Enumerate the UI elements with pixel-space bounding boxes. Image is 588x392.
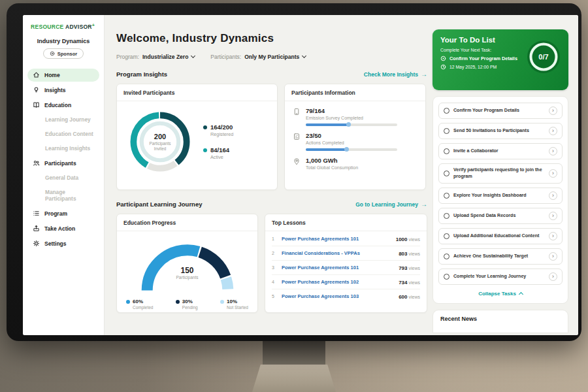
task-checkbox[interactable] <box>444 171 449 176</box>
sidebar-item-participants[interactable]: Participants <box>27 157 99 170</box>
home-icon <box>33 71 40 78</box>
invited-participants-card: Invited Participants <box>116 84 278 190</box>
task-checkbox[interactable] <box>444 193 449 199</box>
todo-summary-card: Your To Do List Complete Your Next Task:… <box>433 29 568 90</box>
info-label: Actions Completed <box>306 140 397 145</box>
task-chevron-icon[interactable] <box>549 147 557 155</box>
sidebar-item-label: Manage Participants <box>45 189 94 202</box>
content-area: Welcome, Industry Dynamics Program: Indu… <box>105 15 578 335</box>
card-title: Participants Information <box>285 84 425 101</box>
learning-section-head: Participant Learning Journey Go to Learn… <box>116 201 427 208</box>
task-checkbox[interactable] <box>444 148 449 154</box>
lesson-rank: 4 <box>272 280 277 284</box>
donut-center-label: Participants Invited <box>144 141 176 152</box>
lesson-row: 3 Power Purchase Agreements 101 793views <box>272 261 420 275</box>
sidebar-item-label: Settings <box>44 240 67 247</box>
task-chevron-icon[interactable] <box>549 106 557 115</box>
go-to-learning-journey-link[interactable]: Go to Learning Journey <box>355 201 427 208</box>
task-chevron-icon[interactable] <box>549 272 557 281</box>
gear-icon <box>33 240 40 247</box>
logo-plus: + <box>92 23 95 27</box>
task-checkbox[interactable] <box>444 128 449 134</box>
legend-dot <box>176 300 180 304</box>
todo-task[interactable]: Explore Your Insights Dashboard <box>438 188 563 204</box>
legend-dot <box>203 148 207 152</box>
sidebar-item-manage-participants[interactable]: Manage Participants <box>27 186 99 205</box>
arrow-right-icon <box>421 201 427 208</box>
invited-participants-donut: 200 Participants Invited <box>125 107 195 176</box>
sidebar-item-general-data[interactable]: General Data <box>27 172 99 184</box>
main-column: Welcome, Industry Dynamics Program: Indu… <box>116 15 427 313</box>
todo-task[interactable]: Invite a Collaborator <box>438 143 563 159</box>
todo-task[interactable]: Send 50 Invitations to Participants <box>438 123 563 139</box>
legend-item-not-started: 10% Not Started <box>220 299 248 310</box>
sidebar-item-label: Program <box>44 210 67 217</box>
task-checkbox[interactable] <box>444 274 449 280</box>
task-checkbox[interactable] <box>444 213 449 219</box>
check-more-insights-link[interactable]: Check More Insights <box>364 71 427 78</box>
task-checkbox[interactable] <box>444 233 449 239</box>
todo-task[interactable]: Verify participants requesting to join t… <box>438 163 563 184</box>
sidebar-item-insights[interactable]: Insights <box>27 84 99 97</box>
participants-filter[interactable]: Participants: Only My Participants <box>210 54 306 60</box>
survey-device-icon <box>293 108 301 116</box>
sidebar-item-education-content[interactable]: Education Content <box>27 128 99 140</box>
task-chevron-icon[interactable] <box>549 169 557 178</box>
task-checkbox[interactable] <box>444 253 449 259</box>
sidebar-item-learning-journey[interactable]: Learning Journey <box>27 114 99 126</box>
sidebar-item-label: General Data <box>45 174 78 181</box>
todo-task[interactable]: Upload Spend Data Records <box>438 208 563 224</box>
todo-task[interactable]: Upload Additional Educational Content <box>438 228 563 244</box>
participants-information-card: Participants Information 79/164 Emission… <box>284 84 426 190</box>
task-chevron-icon[interactable] <box>549 127 557 135</box>
learning-cards-row: Education Progress 150 Participants <box>116 214 427 313</box>
legend-label: Completed <box>133 305 153 310</box>
todo-task[interactable]: Confirm Your Program Details <box>438 103 563 119</box>
todo-task[interactable]: Complete Your Learning Journey <box>438 269 563 285</box>
sidebar-item-learning-insights[interactable]: Learning Insights <box>27 142 99 155</box>
legend-label: Pending <box>182 305 198 310</box>
lesson-link[interactable]: Power Purchase Agreements 101 <box>282 236 391 242</box>
sponsor-badge[interactable]: Sponsor <box>43 48 84 59</box>
sponsor-icon <box>50 51 55 56</box>
task-chevron-icon[interactable] <box>549 191 557 200</box>
sidebar-nav: Home Insights Education Learning Journey… <box>23 67 104 251</box>
clock-icon <box>440 64 446 70</box>
lesson-row: 1 Power Purchase Agreements 101 1000view… <box>272 232 420 246</box>
sidebar-item-settings[interactable]: Settings <box>27 237 99 250</box>
todo-column: Your To Do List Complete Your Next Task:… <box>433 29 568 333</box>
sidebar-item-label: Participants <box>44 160 76 167</box>
card-title: Top Lessons <box>265 214 427 231</box>
program-filter[interactable]: Program: Industrialize Zero <box>116 54 195 60</box>
todo-task[interactable]: Achieve One Sustainability Target <box>438 248 563 265</box>
chevron-down-icon <box>191 54 195 58</box>
lesson-link[interactable]: Financial Considerations - VPPAs <box>282 250 394 256</box>
sidebar-item-program[interactable]: Program <box>27 207 99 220</box>
legend-dot <box>220 300 224 304</box>
sidebar-item-education[interactable]: Education <box>27 99 99 112</box>
lesson-rank: 3 <box>272 265 277 270</box>
recent-news-title: Recent News <box>440 316 477 322</box>
lesson-link[interactable]: Power Purchase Agreements 103 <box>282 293 394 299</box>
task-checkbox[interactable] <box>444 108 449 114</box>
card-title: Invited Participants <box>117 84 277 101</box>
monitor-bezel: RESOURCE ADVISOR+ Industry Dynamics Spon… <box>7 3 581 341</box>
lesson-link[interactable]: Power Purchase Agreements 101 <box>282 265 394 270</box>
lesson-link[interactable]: Power Purchase Agreements 102 <box>282 279 394 285</box>
task-chevron-icon[interactable] <box>549 232 557 240</box>
sidebar-item-take-action[interactable]: Take Action <box>27 222 99 235</box>
sidebar-item-label: Learning Journey <box>45 116 91 123</box>
gauge-legend: 60% Completed 30% Pending 10% Not Starte… <box>117 297 257 310</box>
task-chevron-icon[interactable] <box>549 252 557 261</box>
filter-bar: Program: Industrialize Zero Participants… <box>116 54 427 60</box>
sidebar-item-label: Education Content <box>45 131 93 137</box>
task-chevron-icon[interactable] <box>549 212 557 220</box>
sidebar-item-home[interactable]: Home <box>27 69 99 82</box>
lesson-rank: 2 <box>272 251 277 255</box>
collapse-tasks-link[interactable]: Collapse Tasks <box>438 289 563 301</box>
legend-value: 164/200 <box>210 123 233 131</box>
lesson-row: 2 Financial Considerations - VPPAs 803vi… <box>272 246 420 261</box>
checklist-icon <box>293 133 301 140</box>
legend-item-active: 84/164 Active <box>203 146 233 160</box>
sidebar-item-label: Learning Insights <box>45 145 90 152</box>
